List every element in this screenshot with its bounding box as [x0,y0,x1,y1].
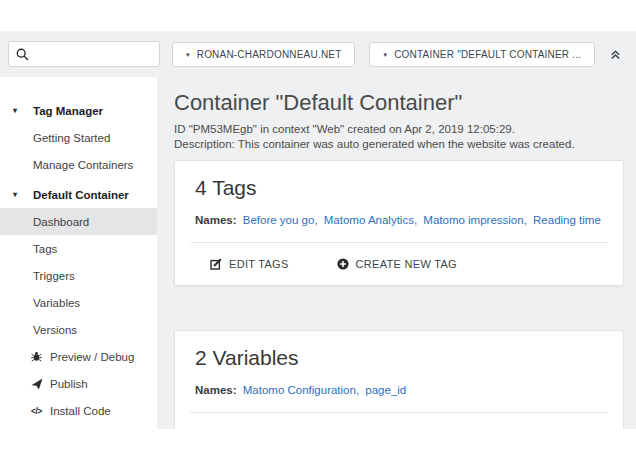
sidebar-item-triggers[interactable]: Triggers [0,262,157,289]
variables-names-row: Names: Matomo Configuration page_id [195,384,603,412]
variable-link[interactable]: page_id [365,384,406,396]
bug-icon [31,351,42,362]
caret-down-icon: ▾ [186,51,190,58]
edit-tags-button[interactable]: EDIT TAGS [210,258,289,270]
sidebar-item-variables[interactable]: Variables [0,289,157,316]
sidebar-item-manage-containers[interactable]: Manage Containers [0,151,157,178]
search-input[interactable] [35,48,152,60]
sidebar-item-publish[interactable]: Publish [0,370,157,397]
sidebar-group-label: Default Container [33,189,129,201]
search-icon [16,48,29,61]
rocket-icon [31,378,43,390]
variables-card: 2 Variables Names: Matomo Configuration … [174,330,624,429]
sidebar-item-label: Preview / Debug [50,351,134,363]
names-label: Names: [195,384,237,396]
caret-down-icon: ▾ [13,106,17,115]
edit-tags-label: EDIT TAGS [229,258,289,270]
site-selector-label: RONAN-CHARDONNEAU.NET [197,49,342,60]
tag-link[interactable]: Before you go [243,214,321,226]
sidebar-item-tags[interactable]: Tags [0,235,157,262]
sidebar-item-label: Dashboard [33,216,89,228]
sidebar-item-label: Variables [33,297,80,309]
site-selector-button[interactable]: ▾ RONAN-CHARDONNEAU.NET [172,42,355,67]
sidebar-group-label: Tag Manager [33,105,103,117]
create-new-tag-label: CREATE NEW TAG [356,258,457,270]
container-meta-description: Description: This container was auto gen… [174,137,624,152]
page-title: Container "Default Container" [174,91,624,115]
variable-link[interactable]: Matomo Configuration [243,384,362,396]
collapse-header-button[interactable] [608,47,623,62]
sidebar-item-install-code[interactable]: </> Install Code [0,397,157,424]
app-body: ▾ Tag Manager Getting Started Manage Con… [0,77,636,429]
plus-circle-icon [337,258,349,270]
sidebar-item-label: Getting Started [33,132,110,144]
sidebar-item-versions[interactable]: Versions [0,316,157,343]
sidebar-item-label: Install Code [50,405,111,417]
tags-card: 4 Tags Names: Before you go Matomo Analy… [174,160,624,286]
main-content: Container "Default Container" ID "PM53ME… [157,77,636,429]
search-box[interactable] [8,41,160,67]
top-bar: ▾ RONAN-CHARDONNEAU.NET ▾ CONTAINER "DEF… [0,31,636,77]
edit-icon [210,258,222,270]
tags-card-title: 4 Tags [195,176,603,200]
sidebar-item-label: Manage Containers [33,159,133,171]
sidebar-item-preview-debug[interactable]: Preview / Debug [0,343,157,370]
sidebar-item-getting-started[interactable]: Getting Started [0,124,157,151]
tag-link[interactable]: Reading time [533,214,601,226]
tags-names-row: Names: Before you go Matomo Analytics Ma… [195,214,603,242]
names-label: Names: [195,214,237,226]
sidebar-item-label: Tags [33,243,57,255]
sidebar-item-label: Publish [50,378,88,390]
sidebar-item-label: Versions [33,324,77,336]
tag-link[interactable]: Matomo Analytics [324,214,420,226]
container-meta-id: ID "PM53MEgb" in context "Web" created o… [174,122,624,137]
caret-down-icon: ▾ [383,51,387,58]
sidebar-group-tag-manager[interactable]: ▾ Tag Manager [0,97,157,124]
caret-down-icon: ▾ [13,190,17,199]
container-selector-button[interactable]: ▾ CONTAINER "DEFAULT CONTAINER ... [369,42,595,67]
variables-card-title: 2 Variables [195,346,603,370]
sidebar-group-default-container[interactable]: ▾ Default Container [0,181,157,208]
sidebar-item-dashboard[interactable]: Dashboard [0,208,157,235]
sidebar-item-label: Triggers [33,270,75,282]
tag-link[interactable]: Matomo impression [423,214,530,226]
code-icon: </> [31,406,42,416]
create-new-tag-button[interactable]: CREATE NEW TAG [337,258,457,270]
sidebar: ▾ Tag Manager Getting Started Manage Con… [0,77,157,429]
container-selector-label: CONTAINER "DEFAULT CONTAINER ... [394,49,581,60]
double-chevron-up-icon [610,49,621,60]
